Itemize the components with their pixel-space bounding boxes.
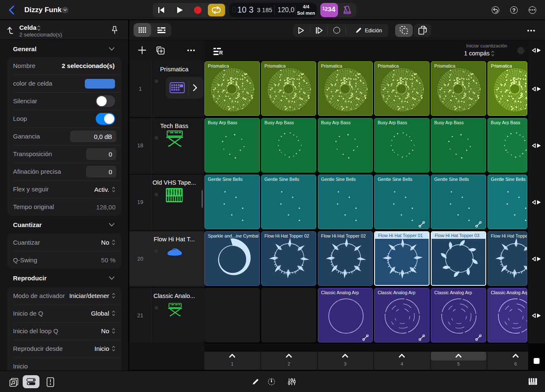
svg-text:R: R	[219, 50, 223, 56]
